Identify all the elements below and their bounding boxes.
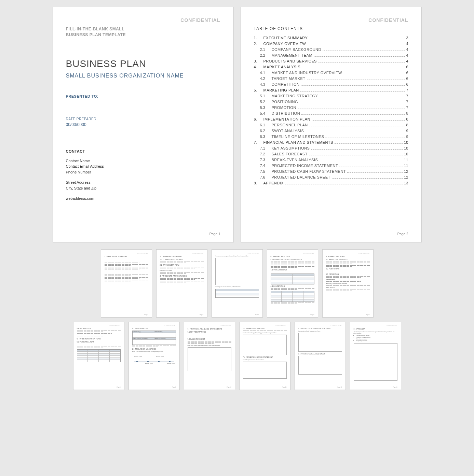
table-of-contents: 1.EXECUTIVE SUMMARY32.COMPANY OVERVIEW42…	[254, 36, 408, 185]
toc-page: 7	[406, 100, 408, 104]
toc-number: 8.	[254, 181, 263, 185]
toc-dots	[347, 172, 403, 173]
thumbnail-row-2: CONFIDENTIAL5.4 DISTRIBUTION6. IMPLEMENT…	[73, 322, 401, 390]
confidential-label: CONFIDENTIAL	[66, 17, 220, 23]
toc-label: COMPANY BACKGROUND	[272, 47, 322, 52]
toc-label: DISTRIBUTION	[272, 111, 300, 115]
toc-page: 9	[406, 135, 408, 139]
toc-label: PERSONNEL PLAN	[272, 123, 308, 127]
toc-label: BREAK-EVEN ANALYSIS	[272, 158, 318, 162]
toc-number: 4.3	[260, 82, 272, 86]
thumbnail-page: CONFIDENTIAL5.4 DISTRIBUTION6. IMPLEMENT…	[73, 322, 124, 390]
toc-row: 5.3PROMOTION7	[254, 106, 408, 110]
toc-dots	[302, 68, 405, 68]
template-label-line1: FILL-IN-THE-BLANK SMALL	[66, 26, 220, 32]
thumbnail-page: CONFIDENTIAL1. EXECUTIVE SUMMARYPage 3	[101, 249, 152, 318]
contact-email: Contact Email Address	[66, 164, 220, 169]
toc-label: TIMELINE OF MILESTONES	[272, 135, 324, 139]
toc-dots	[319, 97, 405, 97]
toc-number: 7.6	[260, 175, 272, 179]
toc-label: PROJECTED CASH FLOW STATEMENT	[272, 169, 346, 173]
toc-label: MANAGEMENT TEAM	[272, 53, 313, 57]
toc-number: 4.	[254, 65, 263, 69]
toc-label: PROMOTION	[272, 106, 296, 110]
toc-page: 11	[404, 158, 408, 162]
toc-dots	[299, 103, 405, 103]
thumbnail-section: CONFIDENTIAL1. EXECUTIVE SUMMARYPage 3CO…	[3, 249, 471, 390]
toc-number: 4.1	[260, 71, 272, 75]
page-number: Page 12	[337, 387, 342, 388]
thumbnail-page: CONFIDENTIAL6.2 SWOT ANALYSISSTRENGTHS (…	[128, 322, 180, 390]
page-number: Page 10	[227, 387, 231, 388]
toc-label: EXECUTIVE SUMMARY	[263, 36, 308, 40]
toc-page: 6	[406, 82, 408, 86]
date-prepared-value: 00/00/0000	[66, 122, 220, 127]
toc-number: 7.5	[260, 169, 272, 173]
toc-number: 5.1	[260, 94, 272, 98]
toc-dots	[285, 184, 403, 184]
thumbnail-page: CONFIDENTIAL4. MARKET ANALYSIS4.1 MARKET…	[267, 249, 318, 318]
page-number: Page 5	[255, 314, 259, 316]
toc-label: FINANCIAL PLAN AND STATEMENTS	[263, 140, 333, 144]
confidential-label: CONFIDENTIAL	[271, 252, 314, 254]
confidential-label: CONFIDENTIAL	[298, 325, 342, 327]
toc-dots	[312, 120, 405, 121]
toc-page: 4	[406, 53, 408, 57]
toc-dots	[309, 126, 405, 126]
contact-heading: CONTACT	[66, 149, 220, 153]
toc-label: POSITIONING	[272, 100, 298, 104]
toc-page: 6	[406, 76, 408, 81]
toc-number: 6.	[254, 117, 263, 121]
toc-page: 4	[406, 47, 408, 52]
page-1: CONFIDENTIAL FILL-IN-THE-BLANK SMALL BUS…	[53, 7, 234, 242]
toc-label: PRODUCTS AND SERVICES	[263, 59, 317, 63]
toc-page: 7	[406, 88, 408, 92]
toc-number: 4.2	[260, 76, 272, 81]
toc-dots	[343, 74, 405, 74]
toc-dots	[305, 132, 405, 132]
contact-web: webaddress.com	[66, 196, 220, 201]
page-number: Page 9	[172, 387, 176, 388]
toc-number: 1.	[254, 36, 263, 40]
toc-number: 7.4	[260, 164, 272, 168]
toc-number: 7.1	[260, 146, 272, 150]
toc-number: 2.	[254, 42, 263, 46]
page-number: Page 6	[310, 314, 314, 316]
toc-dots	[335, 143, 403, 144]
toc-dots	[309, 39, 405, 39]
toc-row: 2.1COMPANY BACKGROUND4	[254, 47, 408, 52]
confidential-label: CONFIDENTIAL	[132, 325, 176, 327]
contact-phone: Phone Number	[66, 169, 220, 175]
toc-label: PROJECTED BALANCE SHEET	[272, 175, 330, 179]
confidential-label: CONFIDENTIAL	[243, 325, 287, 327]
confidential-label: CONFIDENTIAL	[254, 17, 408, 23]
toc-row: 7.6PROJECTED BALANCE SHEET12	[254, 175, 408, 180]
contact-name: Contact Name	[66, 158, 220, 164]
toc-number: 3.	[254, 59, 263, 63]
toc-number: 5.2	[260, 100, 272, 104]
toc-row: 7.4PROJECTED INCOME STATEMENT11	[254, 164, 408, 168]
toc-row: 3.PRODUCTS AND SERVICES4	[254, 59, 408, 64]
contact-street: Street Address	[66, 180, 220, 185]
toc-row: 1.EXECUTIVE SUMMARY3	[254, 36, 408, 40]
toc-row: 7.2SALES FORECAST10	[254, 152, 408, 156]
page-number: Page 1	[209, 232, 220, 236]
toc-dots	[309, 155, 403, 155]
toc-page: 10	[404, 140, 408, 144]
toc-dots	[311, 149, 403, 150]
toc-row: 2.2MANAGEMENT TEAM4	[254, 53, 408, 58]
toc-number: 7.3	[260, 158, 272, 162]
toc-page: 3	[406, 36, 408, 40]
thumbnail-page: CONFIDENTIAL7.5 PROJECTED CASH FLOW STAT…	[295, 322, 346, 390]
confidential-label: CONFIDENTIAL	[105, 252, 148, 254]
toc-page: 7	[406, 94, 408, 98]
toc-label: MARKETING PLAN	[263, 88, 299, 92]
toc-page: 12	[404, 169, 408, 173]
toc-number: 5.	[254, 88, 263, 92]
toc-label: SALES FORECAST	[272, 152, 308, 156]
toc-label: COMPETITION	[272, 82, 300, 86]
toc-row: 6.IMPLEMENTATION PLAN8	[254, 117, 408, 122]
contact-block: Contact Name Contact Email Address Phone…	[66, 158, 220, 201]
toc-row: 7.FINANCIAL PLAN AND STATEMENTS10	[254, 140, 408, 145]
toc-page: 6	[406, 65, 408, 69]
